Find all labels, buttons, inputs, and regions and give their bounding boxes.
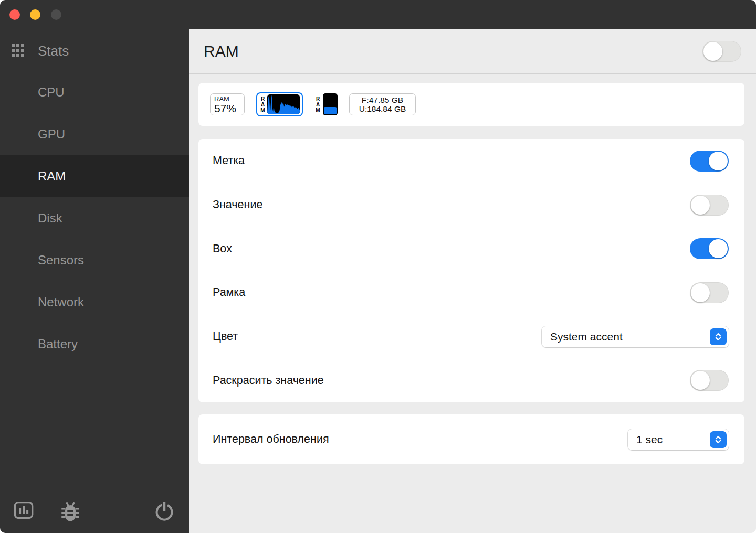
toggle-knob	[709, 239, 728, 258]
power-icon[interactable]	[154, 500, 174, 524]
setting-label: Раскрасить значение	[213, 374, 324, 387]
setting-row: Box	[198, 227, 744, 271]
toggle-knob	[691, 283, 710, 302]
sidebar-footer	[0, 488, 189, 533]
sidebar-item-label: CPU	[38, 85, 65, 100]
sidebar-item-label: Battery	[38, 337, 78, 351]
sidebar-item-gpu[interactable]: GPU	[0, 113, 189, 155]
page-title: RAM	[204, 42, 239, 60]
memory-key: U:	[359, 104, 368, 113]
setting-row: Раскрасить значение	[198, 358, 744, 402]
bar-fill	[324, 107, 337, 114]
sidebar-item-sensors[interactable]: Sensors	[0, 239, 189, 281]
toggle-knob	[704, 42, 722, 61]
main-content: RAM 57% RAM RAM F:47.85 GBU:184.84 GB	[189, 74, 756, 533]
sidebar-nav: CPUGPURAMDiskSensorsNetworkBattery	[0, 71, 189, 365]
sidebar-item-label: GPU	[38, 127, 65, 142]
sidebar: Stats CPUGPURAMDiskSensorsNetworkBattery	[0, 0, 189, 533]
setting-label: Метка	[213, 154, 245, 167]
settings-card: МеткаЗначениеBoxРамкаЦветSystem accentРа…	[198, 139, 744, 402]
interval-value: 1 sec	[636, 433, 663, 446]
widget-option-percentage[interactable]: RAM 57%	[210, 93, 245, 115]
setting-row: Значение	[198, 183, 744, 227]
toggle-off[interactable]	[690, 195, 729, 216]
memory-line: F:47.85 GB	[362, 95, 403, 104]
widget-mini-label: RAM	[214, 95, 244, 103]
bug-icon[interactable]	[60, 499, 81, 525]
color-select[interactable]: System accent	[542, 326, 729, 347]
stats-app-window: Stats CPUGPURAMDiskSensorsNetworkBattery	[0, 0, 756, 533]
select-value: System accent	[550, 331, 623, 343]
titlebar	[189, 0, 756, 29]
widget-mini-value: 57%	[214, 103, 244, 114]
setting-label: Box	[213, 242, 232, 255]
sidebar-item-label: Sensors	[38, 253, 84, 268]
ram-module-toggle[interactable]	[702, 41, 741, 62]
interval-select[interactable]: 1 sec	[628, 429, 729, 450]
dashboard-icon[interactable]	[13, 499, 34, 523]
toggle-knob	[691, 196, 710, 215]
chevron-up-down-icon	[710, 431, 727, 448]
sidebar-item-cpu[interactable]: CPU	[0, 71, 189, 113]
widget-option-bar-chart[interactable]: RAM	[314, 93, 338, 115]
chevron-up-down-icon	[710, 328, 727, 345]
setting-label: Значение	[213, 198, 262, 211]
line-chart-icon	[267, 94, 300, 114]
sidebar-item-ram[interactable]: RAM	[0, 155, 189, 197]
sidebar-item-battery[interactable]: Battery	[0, 323, 189, 365]
zoom-button-disabled	[51, 9, 61, 20]
setting-label: Цвет	[213, 330, 238, 343]
module-header: RAM	[189, 29, 756, 74]
setting-label: Рамка	[213, 286, 245, 299]
sidebar-item-network[interactable]: Network	[0, 281, 189, 323]
sidebar-item-label: Network	[38, 295, 84, 310]
widget-vertical-label: RAM	[314, 96, 321, 113]
widget-option-line-chart-selected[interactable]: RAM	[256, 92, 303, 116]
sidebar-item-disk[interactable]: Disk	[0, 197, 189, 239]
memory-value: 47.85 GB	[369, 95, 404, 104]
close-button[interactable]	[9, 9, 20, 20]
toggle-on[interactable]	[690, 151, 729, 172]
widget-picker-card: RAM 57% RAM RAM F:47.85 GBU:184.84 GB	[198, 83, 744, 126]
app-title: Stats	[38, 42, 69, 60]
toggle-off[interactable]	[690, 282, 729, 303]
memory-line: U:184.84 GB	[359, 104, 406, 113]
sidebar-header: Stats	[0, 42, 189, 60]
setting-row: ЦветSystem accent	[198, 315, 744, 359]
toggle-off[interactable]	[690, 370, 729, 391]
setting-row: Метка	[198, 139, 744, 183]
widget-vertical-label: RAM	[259, 96, 266, 113]
memory-value: 184.84 GB	[367, 104, 406, 113]
interval-label: Интервал обновления	[213, 433, 329, 446]
toggle-knob	[691, 371, 710, 390]
grid-icon	[12, 44, 24, 59]
toggle-on[interactable]	[690, 238, 729, 259]
sidebar-item-label: RAM	[38, 169, 66, 184]
minimize-button[interactable]	[30, 9, 40, 20]
setting-row: Рамка	[198, 271, 744, 315]
sidebar-item-label: Disk	[38, 211, 62, 226]
update-interval-card: Интервал обновления 1 sec	[198, 414, 744, 464]
toggle-knob	[709, 152, 728, 170]
widget-option-memory-text[interactable]: F:47.85 GBU:184.84 GB	[349, 93, 416, 115]
memory-key: F:	[362, 95, 369, 104]
bar-chart-icon	[323, 93, 338, 115]
